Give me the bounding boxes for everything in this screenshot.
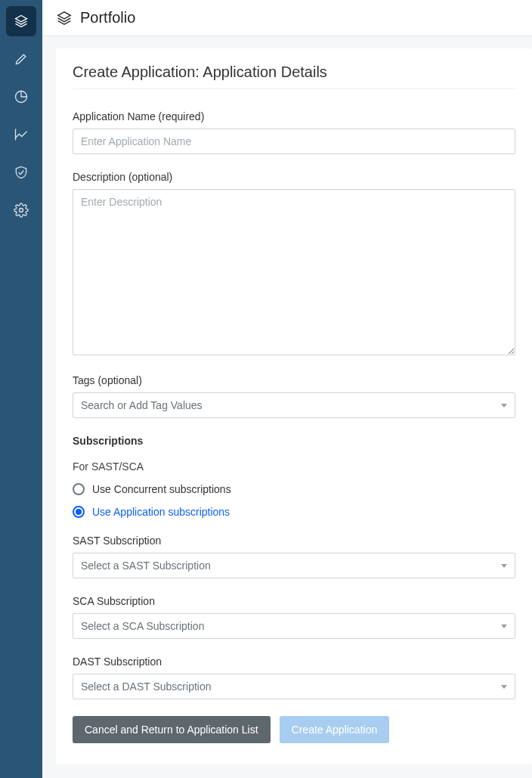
group-tags: Tags (optional) Search or Add Tag Values [73, 374, 515, 418]
shield-check-icon [14, 165, 29, 180]
radio-concurrent[interactable]: Use Concurrent subscriptions [73, 483, 515, 495]
nav-security[interactable] [6, 157, 36, 188]
chevron-down-icon [501, 564, 507, 568]
label-app-name: Application Name (required) [73, 110, 515, 122]
nav-settings[interactable] [6, 195, 36, 225]
svg-point-1 [20, 209, 23, 212]
main-area: Portfolio Create Application: Applicatio… [42, 0, 532, 778]
sast-placeholder: Select a SAST Subscription [81, 559, 211, 572]
label-dast: DAST Subscription [73, 656, 515, 668]
radio-application-label: Use Application subscriptions [92, 506, 230, 518]
label-tags: Tags (optional) [73, 374, 515, 386]
tags-select[interactable]: Search or Add Tag Values [73, 392, 515, 418]
group-dast: DAST Subscription Select a DAST Subscrip… [73, 656, 515, 699]
label-sca: SCA Subscription [73, 595, 515, 607]
label-description: Description (optional) [73, 171, 515, 183]
radio-application-indicator [73, 506, 85, 518]
pie-chart-icon [14, 89, 29, 104]
stack-icon [14, 14, 29, 29]
gear-icon [14, 203, 29, 218]
nav-edit[interactable] [6, 44, 36, 74]
portfolio-icon [56, 10, 73, 26]
radio-concurrent-indicator [73, 483, 85, 495]
nav-reports[interactable] [6, 82, 36, 112]
label-sast: SAST Subscription [73, 535, 515, 547]
nav-trends[interactable] [6, 119, 36, 150]
subscriptions-sublabel: For SAST/SCA [73, 460, 515, 473]
form-card: Create Application: Application Details … [56, 48, 532, 764]
dast-select[interactable]: Select a DAST Subscription [73, 674, 515, 699]
page-title: Create Application: Application Details [73, 64, 515, 89]
svg-marker-2 [58, 11, 71, 18]
sca-placeholder: Select a SCA Subscription [81, 620, 204, 632]
content-scroll[interactable]: Create Application: Application Details … [42, 36, 532, 778]
topbar: Portfolio [42, 0, 532, 36]
subscriptions-heading: Subscriptions [73, 435, 515, 447]
chevron-down-icon [501, 404, 507, 408]
radio-concurrent-label: Use Concurrent subscriptions [92, 483, 231, 495]
sast-select[interactable]: Select a SAST Subscription [73, 553, 515, 578]
tags-placeholder: Search or Add Tag Values [81, 399, 203, 411]
app-name-input[interactable] [73, 129, 515, 154]
group-app-name: Application Name (required) [73, 110, 515, 154]
pencil-icon [14, 51, 29, 67]
group-description: Description (optional) [73, 171, 515, 358]
nav-portfolio[interactable] [6, 6, 36, 36]
dast-placeholder: Select a DAST Subscription [81, 680, 212, 693]
cancel-button[interactable]: Cancel and Return to Application List [73, 716, 271, 743]
group-sast: SAST Subscription Select a SAST Subscrip… [73, 535, 515, 578]
sidebar [0, 0, 42, 778]
sca-select[interactable]: Select a SCA Subscription [73, 613, 515, 639]
trend-icon [14, 127, 29, 142]
topbar-title: Portfolio [80, 9, 135, 26]
svg-marker-0 [16, 16, 27, 22]
chevron-down-icon [501, 625, 507, 628]
description-textarea[interactable] [73, 189, 515, 355]
radio-application[interactable]: Use Application subscriptions [73, 506, 515, 518]
create-button[interactable]: Create Application [280, 716, 390, 743]
button-row: Cancel and Return to Application List Cr… [73, 716, 515, 743]
group-sca: SCA Subscription Select a SCA Subscripti… [73, 595, 515, 639]
chevron-down-icon [501, 685, 507, 689]
